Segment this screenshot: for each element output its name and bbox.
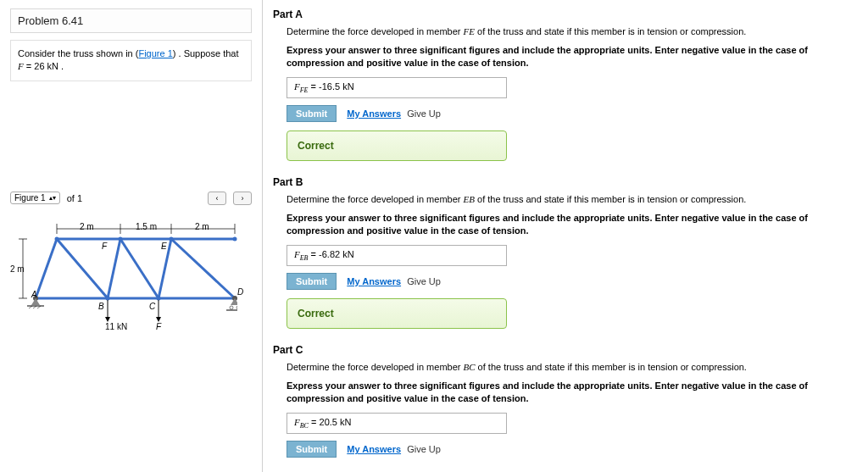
joint-label: F (102, 242, 107, 251)
svg-point-31 (170, 236, 174, 241)
giveup-link[interactable]: Give Up (407, 108, 441, 119)
problem-description: Consider the truss shown in (Figure 1) .… (10, 40, 252, 81)
correct-feedback: Correct (287, 298, 507, 329)
right-panel: Part A Determine the force developed in … (263, 0, 868, 472)
part-b: Part B Determine the force developed in … (273, 176, 858, 329)
part-description: Determine the force developed in member … (287, 361, 858, 373)
my-answers-link[interactable]: My Answers (347, 108, 401, 119)
answer-value: -6.82 kN (319, 249, 354, 259)
answer-var: F (294, 249, 300, 259)
part-c: Part C Determine the force developed in … (273, 344, 858, 458)
desc-text: of the truss and state if this member is… (476, 362, 747, 372)
figure-label: Figure 1 (14, 193, 46, 203)
answer-value: -16.5 kN (319, 81, 354, 92)
desc-text: of the truss and state if this member is… (475, 194, 746, 204)
figure-select[interactable]: Figure 1 ▴▾ (10, 192, 60, 204)
svg-line-12 (36, 239, 57, 298)
force-unit: kN (47, 61, 58, 71)
correct-feedback: Correct (287, 130, 507, 161)
chevron-right-icon: › (242, 194, 244, 203)
dim-label: 1.5 m (136, 222, 157, 231)
truss-figure: 2 m 1.5 m 2 m 2 m F E A B C D 11 kN F (10, 214, 237, 349)
joint-label: E (161, 242, 167, 251)
joint-label: A (31, 290, 37, 299)
figure-link[interactable]: Figure 1 (138, 48, 172, 58)
button-row: Submit My Answers Give Up (287, 441, 858, 458)
chevron-left-icon: ‹ (216, 194, 219, 203)
answer-box[interactable]: FEB = -6.82 kN (287, 245, 507, 266)
problem-title: Problem 6.41 (18, 14, 244, 27)
answer-var: F (294, 81, 300, 92)
desc-text: Consider the truss shown in ( (18, 48, 138, 58)
answer-box[interactable]: FBC = 20.5 kN (287, 413, 507, 434)
svg-point-30 (119, 236, 123, 241)
svg-line-15 (120, 239, 159, 298)
desc-text: Determine the force developed in member (287, 194, 464, 204)
load-label: 11 kN (105, 322, 127, 331)
prev-button[interactable]: ‹ (208, 192, 226, 205)
joint-label: B (98, 302, 104, 311)
dim-label: 2 m (80, 222, 94, 231)
answer-eq: = (309, 81, 320, 92)
answer-sub: FE (300, 86, 309, 94)
button-row: Submit My Answers Give Up (287, 105, 858, 122)
load-label: F (156, 322, 161, 331)
svg-line-14 (108, 239, 120, 298)
svg-line-17 (171, 239, 235, 298)
svg-point-27 (236, 306, 237, 309)
answer-var: F (294, 417, 300, 427)
svg-point-26 (230, 306, 233, 309)
submit-button[interactable]: Submit (287, 441, 337, 458)
answer-eq: = (309, 417, 320, 427)
answer-sub: EB (300, 254, 309, 262)
answer-sub: BC (300, 422, 309, 430)
joint-label: C (149, 302, 155, 311)
joint-label: D (237, 287, 243, 297)
part-a: Part A Determine the force developed in … (273, 8, 858, 161)
dim-label: 2 m (10, 264, 25, 274)
svg-point-33 (106, 296, 110, 300)
submit-button[interactable]: Submit (287, 105, 337, 122)
part-title: Part B (273, 176, 858, 188)
dim-label: 2 m (195, 222, 209, 231)
giveup-link[interactable]: Give Up (407, 276, 441, 286)
my-answers-link[interactable]: My Answers (347, 276, 401, 286)
desc-text: of the truss and state if this member is… (475, 26, 746, 36)
dropdown-arrows-icon: ▴▾ (49, 194, 56, 202)
member-name: EB (464, 194, 475, 204)
part-hint: Express your answer to three significant… (287, 380, 858, 404)
desc-text: . (58, 61, 64, 71)
svg-point-32 (233, 236, 237, 241)
force-variable: F (18, 61, 24, 71)
figure-count: of 1 (67, 193, 82, 203)
answer-row: FFE = -16.5 kN (287, 77, 858, 98)
svg-point-29 (55, 236, 59, 241)
part-description: Determine the force developed in member … (287, 25, 858, 37)
figure-nav: Figure 1 ▴▾ of 1 ‹ › (10, 192, 252, 205)
svg-point-34 (157, 296, 161, 300)
desc-text: Determine the force developed in member (287, 362, 464, 372)
submit-button[interactable]: Submit (287, 273, 337, 290)
answer-box[interactable]: FFE = -16.5 kN (287, 77, 507, 98)
part-title: Part C (273, 344, 858, 356)
part-description: Determine the force developed in member … (287, 193, 858, 205)
button-row: Submit My Answers Give Up (287, 273, 858, 290)
giveup-link[interactable]: Give Up (407, 444, 441, 454)
answer-eq: = (309, 249, 320, 259)
svg-line-13 (57, 239, 108, 298)
next-button[interactable]: › (233, 192, 252, 205)
answer-row: FEB = -6.82 kN (287, 245, 858, 266)
member-name: BC (464, 362, 476, 372)
part-hint: Express your answer to three significant… (287, 44, 858, 69)
problem-header: Problem 6.41 (10, 8, 252, 33)
part-hint: Express your answer to three significant… (287, 212, 858, 236)
member-name: FE (464, 26, 475, 36)
my-answers-link[interactable]: My Answers (347, 444, 401, 454)
desc-text: Determine the force developed in member (287, 26, 464, 36)
desc-text: ) . Suppose that (173, 48, 239, 58)
answer-value: 20.5 kN (320, 417, 352, 427)
answer-row: FBC = 20.5 kN (287, 413, 858, 434)
desc-text: = 26 (24, 61, 47, 71)
left-panel: Problem 6.41 Consider the truss shown in… (0, 0, 263, 472)
part-title: Part A (273, 8, 858, 20)
